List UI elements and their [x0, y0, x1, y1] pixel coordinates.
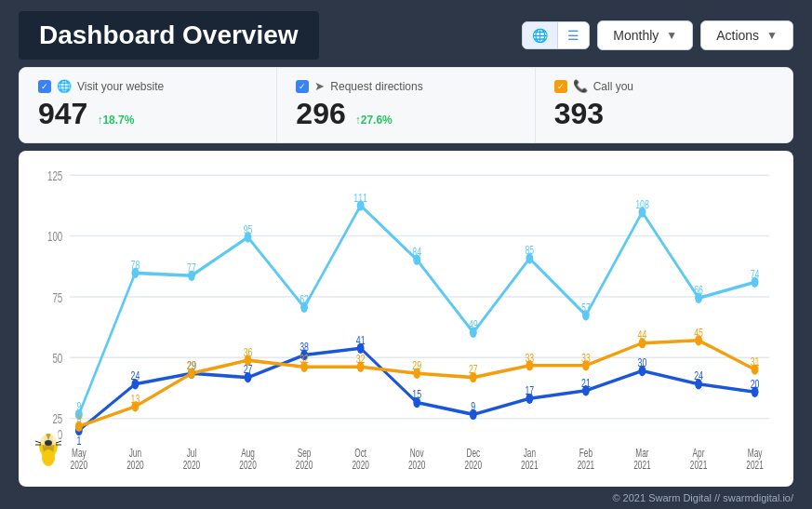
svg-text:30: 30 [638, 356, 647, 369]
orange-line [79, 341, 755, 426]
actions-dropdown[interactable]: Actions ▼ [700, 20, 793, 50]
svg-text:33: 33 [525, 351, 534, 364]
svg-text:24: 24 [131, 369, 140, 382]
svg-text:36: 36 [244, 345, 253, 358]
stat-value-directions: 296 [296, 97, 345, 131]
globe-icon: 🌐 [532, 28, 548, 43]
svg-text:100: 100 [47, 229, 62, 244]
stat-value-row-calls: 393 [554, 97, 774, 131]
svg-text:May: May [72, 447, 87, 459]
svg-text:95: 95 [244, 222, 253, 235]
footer-text: © 2021 Swarm Digital // swarmdigital.io/ [612, 492, 793, 503]
svg-text:2021: 2021 [690, 459, 708, 471]
line-chart: 125 100 75 50 25 0 [33, 162, 779, 479]
svg-point-81 [42, 449, 55, 466]
checkbox-calls[interactable]: ✓ [554, 80, 567, 93]
directions-stat-icon: ➤ [314, 79, 325, 93]
svg-text:Oct: Oct [354, 447, 366, 459]
monthly-dropdown[interactable]: Monthly ▼ [597, 20, 693, 50]
svg-text:25: 25 [52, 412, 62, 427]
svg-text:2021: 2021 [746, 459, 764, 471]
svg-text:2021: 2021 [521, 459, 539, 471]
svg-text:31: 31 [751, 355, 760, 368]
svg-text:45: 45 [694, 326, 703, 339]
chevron-down-icon-2: ▼ [766, 29, 778, 42]
globe-view-button[interactable]: 🌐 [523, 22, 557, 48]
stat-card-directions: ✓ ➤ Request directions 296 ↑27.6% [277, 68, 535, 142]
stat-change-directions: ↑27.6% [355, 114, 393, 127]
svg-text:Jan: Jan [524, 447, 537, 459]
svg-text:74: 74 [751, 267, 760, 280]
svg-text:2020: 2020 [352, 459, 369, 471]
svg-text:44: 44 [638, 328, 647, 342]
svg-text:49: 49 [469, 317, 478, 330]
svg-text:Mar: Mar [635, 447, 649, 459]
svg-text:1: 1 [76, 434, 81, 447]
svg-text:108: 108 [635, 197, 649, 210]
stat-header-calls: ✓ 📞 Call you [554, 79, 774, 93]
svg-text:29: 29 [187, 358, 196, 371]
svg-text:41: 41 [356, 333, 366, 346]
svg-text:Sep: Sep [298, 447, 312, 459]
svg-text:Aug: Aug [241, 447, 255, 459]
list-view-button[interactable]: ☰ [557, 22, 589, 48]
svg-text:Jul: Jul [187, 447, 197, 459]
stat-value-calls: 393 [554, 97, 604, 131]
svg-text:9: 9 [471, 399, 475, 412]
svg-text:20: 20 [751, 377, 760, 390]
stat-value-row-directions: 296 ↑27.6% [296, 97, 515, 131]
list-icon: ☰ [567, 28, 579, 43]
page-title: Dashboard Overview [39, 20, 299, 49]
stat-label-directions: Request directions [330, 80, 422, 93]
svg-text:Feb: Feb [579, 447, 592, 459]
svg-text:2021: 2021 [633, 459, 651, 471]
bee-logo [28, 429, 69, 470]
actions-label: Actions [716, 28, 759, 43]
svg-text:125: 125 [47, 168, 62, 183]
svg-text:Nov: Nov [410, 447, 424, 459]
svg-text:29: 29 [412, 358, 421, 371]
svg-text:2020: 2020 [465, 459, 483, 471]
svg-text:2020: 2020 [239, 459, 257, 471]
stat-value-row-visits: 947 ↑18.7% [38, 97, 258, 131]
monthly-label: Monthly [613, 28, 659, 43]
svg-text:2020: 2020 [408, 459, 426, 471]
svg-text:27: 27 [469, 363, 478, 376]
stat-change-visits: ↑18.7% [97, 114, 134, 127]
svg-text:2020: 2020 [126, 459, 144, 471]
chart-area: 125 100 75 50 25 0 [19, 151, 793, 487]
svg-text:2021: 2021 [578, 459, 595, 471]
checkbox-directions[interactable]: ✓ [296, 80, 309, 93]
svg-text:2020: 2020 [296, 459, 313, 471]
svg-text:75: 75 [52, 290, 62, 305]
checkbox-visits[interactable]: ✓ [38, 80, 51, 93]
svg-text:78: 78 [131, 258, 140, 271]
stat-label-visits: Visit your website [77, 80, 164, 93]
svg-text:32: 32 [300, 352, 309, 365]
svg-text:77: 77 [187, 261, 196, 274]
chevron-down-icon: ▼ [666, 29, 677, 42]
stats-row: ✓ 🌐 Visit your website 947 ↑18.7% ✓ ➤ Re… [19, 67, 793, 143]
svg-text:62: 62 [300, 292, 309, 305]
stat-value-visits: 947 [38, 97, 87, 131]
stat-header-directions: ✓ ➤ Request directions [296, 79, 515, 93]
phone-stat-icon: 📞 [573, 79, 588, 93]
svg-text:57: 57 [581, 301, 591, 314]
stat-card-visits: ✓ 🌐 Visit your website 947 ↑18.7% [20, 68, 277, 142]
light-blue-line [79, 206, 755, 414]
svg-text:33: 33 [581, 351, 591, 364]
svg-text:May: May [748, 447, 763, 459]
svg-text:13: 13 [131, 392, 140, 405]
view-toggle-group: 🌐 ☰ [522, 21, 590, 49]
header-controls: 🌐 ☰ Monthly ▼ Actions ▼ [522, 20, 793, 50]
title-box: Dashboard Overview [19, 11, 319, 60]
svg-text:32: 32 [356, 352, 366, 365]
svg-text:50: 50 [52, 351, 62, 366]
stat-card-calls: ✓ 📞 Call you 393 [536, 68, 792, 142]
svg-text:85: 85 [525, 244, 534, 257]
svg-text:84: 84 [412, 245, 421, 258]
svg-text:66: 66 [694, 283, 703, 296]
stat-label-calls: Call you [593, 80, 633, 93]
header-row: Dashboard Overview 🌐 ☰ Monthly ▼ Actions… [0, 0, 812, 67]
svg-text:2020: 2020 [183, 459, 201, 471]
